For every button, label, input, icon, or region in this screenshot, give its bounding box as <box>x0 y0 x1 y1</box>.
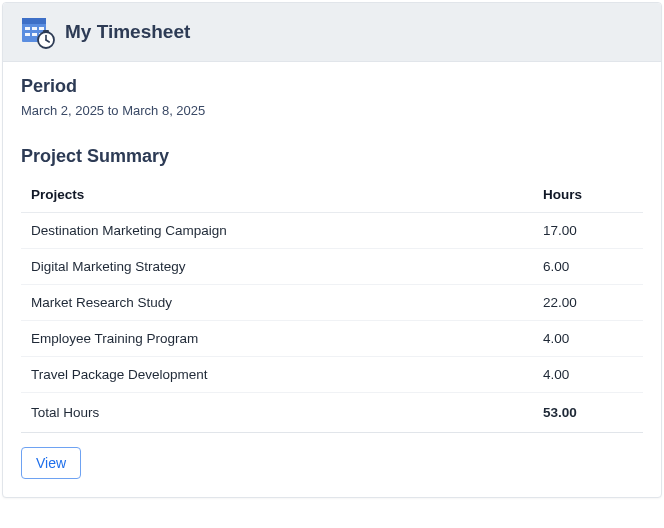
svg-rect-9 <box>43 30 49 32</box>
project-summary-table: Projects Hours Destination Marketing Cam… <box>21 177 643 433</box>
svg-rect-4 <box>39 27 44 30</box>
svg-rect-6 <box>32 33 37 36</box>
timesheet-card: My Timesheet Period March 2, 2025 to Mar… <box>2 2 662 498</box>
project-name: Employee Training Program <box>21 321 533 357</box>
project-hours: 4.00 <box>533 357 643 393</box>
project-name: Travel Package Development <box>21 357 533 393</box>
project-name: Digital Marketing Strategy <box>21 249 533 285</box>
project-name: Destination Marketing Campaign <box>21 213 533 249</box>
project-hours: 17.00 <box>533 213 643 249</box>
svg-rect-3 <box>32 27 37 30</box>
table-row: Employee Training Program 4.00 <box>21 321 643 357</box>
card-header: My Timesheet <box>3 3 661 62</box>
table-row: Travel Package Development 4.00 <box>21 357 643 393</box>
table-row: Digital Marketing Strategy 6.00 <box>21 249 643 285</box>
col-projects: Projects <box>21 177 533 213</box>
col-hours: Hours <box>533 177 643 213</box>
svg-rect-1 <box>22 18 46 24</box>
table-row: Destination Marketing Campaign 17.00 <box>21 213 643 249</box>
period-range: March 2, 2025 to March 8, 2025 <box>21 103 643 118</box>
card-body: Period March 2, 2025 to March 8, 2025 Pr… <box>3 62 661 497</box>
project-hours: 4.00 <box>533 321 643 357</box>
total-hours: 53.00 <box>533 393 643 433</box>
table-header-row: Projects Hours <box>21 177 643 213</box>
period-heading: Period <box>21 76 643 97</box>
svg-rect-5 <box>25 33 30 36</box>
project-summary-heading: Project Summary <box>21 146 643 167</box>
project-name: Market Research Study <box>21 285 533 321</box>
total-row: Total Hours 53.00 <box>21 393 643 433</box>
timesheet-icon <box>21 15 55 49</box>
table-row: Market Research Study 22.00 <box>21 285 643 321</box>
card-title: My Timesheet <box>65 21 190 43</box>
actions-row: View <box>21 447 643 479</box>
view-button[interactable]: View <box>21 447 81 479</box>
project-hours: 22.00 <box>533 285 643 321</box>
total-label: Total Hours <box>21 393 533 433</box>
svg-rect-2 <box>25 27 30 30</box>
project-hours: 6.00 <box>533 249 643 285</box>
